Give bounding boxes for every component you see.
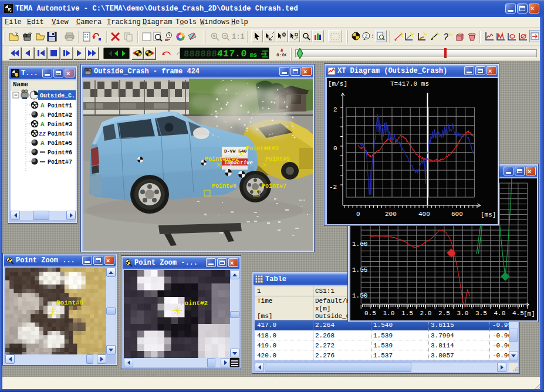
svg-text:400: 400 bbox=[418, 211, 430, 218]
svg-text:Point#5: Point#5 bbox=[48, 140, 72, 147]
svg-text:1.55: 1.55 bbox=[352, 266, 367, 273]
svg-text:Point#7: Point#7 bbox=[48, 159, 72, 165]
svg-text:zz: zz bbox=[39, 131, 46, 137]
svg-text:Point#5: Point#5 bbox=[265, 156, 290, 163]
svg-text:2.5: 2.5 bbox=[438, 310, 450, 317]
svg-text:2.0: 2.0 bbox=[420, 310, 432, 317]
svg-text:D-VW 540: D-VW 540 bbox=[224, 148, 247, 154]
svg-text:4.0: 4.0 bbox=[494, 310, 506, 317]
svg-text:[m]: [m] bbox=[523, 310, 535, 317]
svg-text:0: 0 bbox=[333, 145, 337, 152]
svg-text:Point#3: Point#3 bbox=[48, 121, 72, 128]
svg-text:Point#2: Point#2 bbox=[48, 112, 72, 119]
svg-text:[ms]: [ms] bbox=[481, 211, 496, 218]
svg-text:A: A bbox=[40, 102, 45, 109]
svg-text:nt#3: nt#3 bbox=[265, 146, 279, 152]
svg-text:1.60: 1.60 bbox=[352, 241, 367, 248]
svg-text:Outside_C...: Outside_C... bbox=[40, 93, 76, 99]
svg-text:Point#5: Point#5 bbox=[56, 299, 84, 306]
svg-text:0.5: 0.5 bbox=[364, 310, 376, 317]
svg-text:600: 600 bbox=[451, 211, 463, 218]
svg-text:z: z bbox=[365, 33, 368, 39]
svg-text:A: A bbox=[40, 111, 45, 119]
svg-text:0:00: 0:00 bbox=[276, 52, 286, 58]
svg-text:Point#6: Point#6 bbox=[212, 183, 236, 190]
svg-text:nt#2: nt#2 bbox=[225, 156, 239, 163]
svg-text:2: 2 bbox=[333, 106, 337, 113]
svg-text:[m/s]: [m/s] bbox=[328, 80, 347, 87]
svg-text:Point#7: Point#7 bbox=[262, 183, 286, 190]
svg-text:1.5: 1.5 bbox=[401, 310, 413, 317]
svg-text:4.5: 4.5 bbox=[512, 310, 524, 317]
svg-text:3.5: 3.5 bbox=[475, 310, 487, 317]
svg-text:Point#2: Point#2 bbox=[181, 300, 208, 307]
svg-text:A: A bbox=[40, 140, 45, 147]
svg-text:200: 200 bbox=[385, 211, 397, 218]
svg-text:Point#6: Point#6 bbox=[48, 150, 72, 156]
svg-text:3.0: 3.0 bbox=[457, 310, 469, 317]
svg-text:1.50: 1.50 bbox=[352, 292, 367, 299]
svg-text:0: 0 bbox=[356, 211, 360, 218]
svg-text:A: A bbox=[40, 121, 45, 128]
svg-text:Point#4: Point#4 bbox=[48, 131, 72, 137]
svg-text:1.0: 1.0 bbox=[383, 310, 395, 317]
svg-text:Point#1: Point#1 bbox=[48, 103, 72, 109]
svg-text:-2: -2 bbox=[329, 184, 337, 191]
svg-text:T=417.0 ms: T=417.0 ms bbox=[390, 80, 429, 87]
svg-text::: : bbox=[371, 33, 374, 40]
